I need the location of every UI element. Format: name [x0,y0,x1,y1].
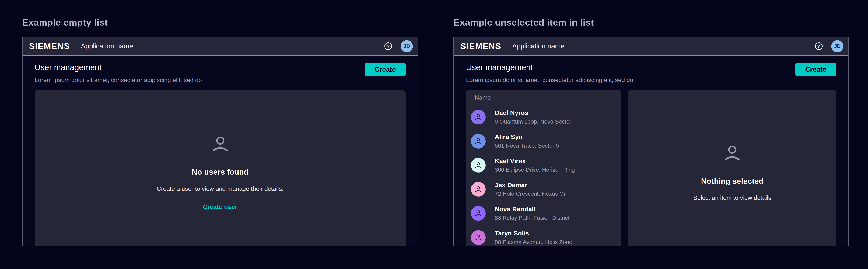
user-avatar-icon [471,110,486,125]
user-address: 88 Relay Path, Fusion District [495,215,569,221]
user-address: 501 Nova Trace, Sector 5 [495,142,559,149]
user-address: 72 Holo Crescent, Nexus Gr [495,191,566,197]
page-title: User management [35,63,202,72]
user-list-item[interactable]: Alira Syn 501 Nova Trace, Sector 5 [466,129,621,153]
user-text: Kael Virex 300 Eclipse Drive, Horizon Ri… [495,157,575,173]
user-list-panel: Name Dael Nyros 9 Quantum Loop, Nova Sec… [466,90,621,245]
application-name: Application name [512,42,564,50]
user-list-item[interactable]: Nova Rendall 88 Relay Path, Fusion Distr… [466,201,621,225]
example-title: Example empty list [22,0,418,28]
canvas: Example empty list SIEMENS Application n… [0,0,868,269]
empty-state-title: No users found [192,168,249,177]
user-avatar[interactable]: JD [401,40,413,52]
application-name: Application name [81,42,133,50]
user-name: Alira Syn [495,133,559,140]
siemens-logo: SIEMENS [29,41,70,51]
user-list-item[interactable]: Jex Damar 72 Holo Crescent, Nexus Gr [466,177,621,201]
help-glyph: ? [387,44,390,49]
app-header-bar: SIEMENS Application name ? JD [454,37,848,56]
person-icon [475,234,482,241]
person-icon [475,114,482,120]
page-title: User management [466,63,633,72]
user-avatar[interactable]: JD [831,40,843,52]
user-text: Alira Syn 501 Nova Trace, Sector 5 [495,133,559,149]
person-icon [475,186,482,192]
app-window: SIEMENS Application name ? JD User manag… [22,37,418,246]
app-header-bar: SIEMENS Application name ? JD [23,37,418,56]
person-icon [723,144,742,162]
user-text: Dael Nyros 9 Quantum Loop, Nova Sector [495,109,571,125]
user-address: 9 Quantum Loop, Nova Sector [495,118,571,125]
user-avatar-icon [471,158,486,172]
user-text: Taryn Solis 88 Plasma Avenue, Helix Zone [495,230,572,245]
help-icon[interactable]: ? [815,43,823,50]
list-detail-split: Name Dael Nyros 9 Quantum Loop, Nova Sec… [466,90,836,245]
help-glyph: ? [817,44,820,49]
user-address: 88 Plasma Avenue, Helix Zone [495,239,572,245]
user-list-item[interactable]: Dael Nyros 9 Quantum Loop, Nova Sector [466,105,621,129]
example-unselected-item-section: Example unselected item in list SIEMENS … [454,0,849,246]
user-avatar-icon [471,134,486,149]
app-window: SIEMENS Application name ? JD User manag… [454,37,849,246]
card-body: User management Lorem ipsum dolor sit am… [23,56,418,245]
person-icon [475,210,482,217]
person-icon [475,138,482,144]
card-body: User management Lorem ipsum dolor sit am… [454,56,848,245]
example-title: Example unselected item in list [454,0,849,28]
example-empty-list-section: Example empty list SIEMENS Application n… [22,0,418,246]
nothing-selected-description: Select an item to view details [693,194,771,201]
content-header: User management Lorem ipsum dolor sit am… [35,63,406,84]
person-icon [475,162,482,168]
nothing-selected-title: Nothing selected [701,177,764,186]
create-button[interactable]: Create [365,63,406,76]
person-icon [211,135,230,153]
empty-state-description: Create a user to view and manage their d… [157,185,284,192]
user-address: 300 Eclipse Drive, Horizon Ring [495,166,575,173]
empty-state: No users found Create a user to view and… [157,135,284,211]
content-header-text: User management Lorem ipsum dolor sit am… [466,63,633,84]
siemens-logo: SIEMENS [460,41,501,51]
user-name: Dael Nyros [495,109,571,116]
empty-list-panel: No users found Create a user to view and… [35,90,406,245]
user-name: Nova Rendall [495,205,569,213]
user-avatar-icon [471,182,486,197]
nothing-selected-state: Nothing selected Select an item to view … [693,144,771,201]
help-icon[interactable]: ? [384,43,392,50]
user-name: Taryn Solis [495,230,572,237]
create-button[interactable]: Create [795,63,836,76]
page-subtitle: Lorem ipsum dolor sit amet, consectetur … [466,77,633,84]
page-subtitle: Lorem ipsum dolor sit amet, consectetur … [35,77,202,84]
detail-panel: Nothing selected Select an item to view … [628,90,836,245]
user-text: Jex Damar 72 Holo Crescent, Nexus Gr [495,181,566,197]
user-avatar-icon [471,230,486,245]
user-name: Jex Damar [495,181,566,189]
content-header-text: User management Lorem ipsum dolor sit am… [35,63,202,84]
user-avatar-icon [471,206,486,221]
list-column-header: Name [466,90,621,105]
content-header: User management Lorem ipsum dolor sit am… [466,63,836,84]
user-list-item[interactable]: Kael Virex 300 Eclipse Drive, Horizon Ri… [466,153,621,177]
user-text: Nova Rendall 88 Relay Path, Fusion Distr… [495,205,569,221]
create-user-link[interactable]: Create user [203,203,238,211]
user-list-item[interactable]: Taryn Solis 88 Plasma Avenue, Helix Zone [466,225,621,245]
user-name: Kael Virex [495,157,575,165]
